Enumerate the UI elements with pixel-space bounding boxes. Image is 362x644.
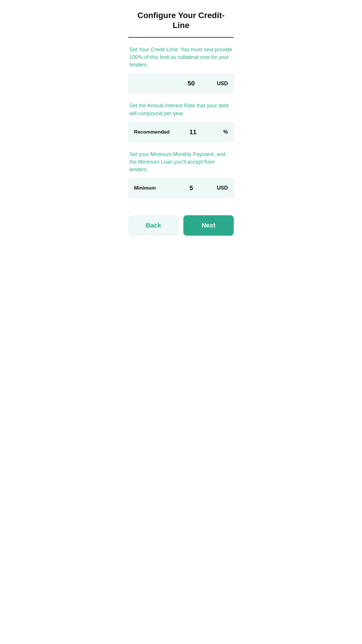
credit-limit-unit: USD bbox=[216, 80, 228, 87]
credit-limit-input-row[interactable]: 50 USD bbox=[128, 73, 234, 94]
interest-rate-input-row[interactable]: Recommended 11 % bbox=[128, 122, 234, 142]
minimum-payment-unit: USD bbox=[216, 185, 228, 191]
interest-rate-label: Recommended bbox=[134, 129, 170, 135]
interest-rate-section: Set the Annual Interest Rate that your d… bbox=[128, 102, 234, 142]
minimum-payment-input-row[interactable]: Minimum 5 USD bbox=[128, 178, 234, 198]
back-button[interactable]: Back bbox=[128, 215, 179, 236]
credit-limit-value[interactable]: 50 bbox=[166, 80, 216, 87]
bottom-buttons: Back Next bbox=[128, 206, 234, 236]
section-divider bbox=[128, 37, 234, 38]
credit-limit-description: Set Your Credit-Limit. You must next pro… bbox=[128, 46, 234, 69]
interest-rate-unit: % bbox=[216, 129, 228, 135]
minimum-payment-description: Set your Minimum Monthly Payment, and th… bbox=[128, 150, 234, 173]
page-container: Configure Your Credit-Line Set Your Cred… bbox=[121, 0, 241, 244]
interest-rate-value[interactable]: 11 bbox=[170, 128, 216, 136]
minimum-payment-label: Minimum bbox=[134, 185, 166, 191]
credit-limit-section: Set Your Credit-Limit. You must next pro… bbox=[128, 46, 234, 94]
next-button[interactable]: Next bbox=[183, 215, 234, 236]
minimum-payment-section: Set your Minimum Monthly Payment, and th… bbox=[128, 150, 234, 198]
interest-rate-description: Set the Annual Interest Rate that your d… bbox=[128, 102, 234, 117]
minimum-payment-value[interactable]: 5 bbox=[166, 184, 216, 192]
page-title: Configure Your Credit-Line bbox=[128, 0, 234, 30]
